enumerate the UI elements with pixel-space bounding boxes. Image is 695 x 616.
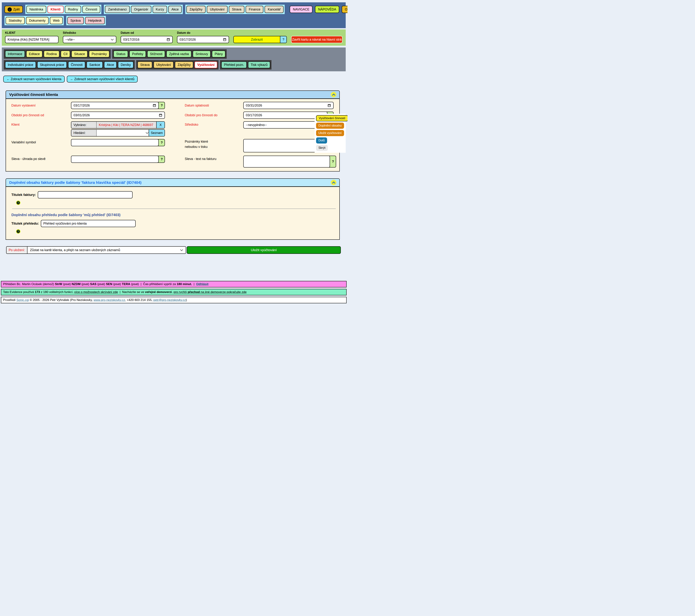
hide-options-link[interactable]: více o možnostech skrývání zde — [74, 290, 118, 294]
nav-tab-nastenka[interactable]: Nástěnka — [27, 6, 46, 13]
tab-vyuctovani[interactable]: Vyúčtování — [194, 62, 217, 68]
tab-zpetna-vazba[interactable]: Zpětná vazba — [166, 51, 191, 57]
quick-menu: Vyúčtování činností Doplnění obsahu Ulož… — [315, 114, 346, 153]
billing-panel: Vyúčtování činností klienta Datum vystav… — [5, 90, 340, 172]
klient-selected-row: Vybráno: Kristýna | Kiki | TERA NZDM | 4… — [71, 121, 165, 129]
back-arrow-icon: ← — [7, 7, 12, 12]
close-card-button[interactable]: Zavřít kartu a návrat na hlavní strá — [291, 36, 342, 43]
website-link[interactable]: www.pro-neziskovky.cz — [94, 298, 125, 302]
datum-od-input[interactable]: 03/17/2016 — [121, 36, 173, 43]
show-client-billing-list-button[interactable]: ← Zobrazit seznam vyúčtování klienta — [3, 76, 65, 83]
tab-deniky[interactable]: Deníky — [118, 62, 134, 68]
nav-tab-strava[interactable]: Strava — [229, 6, 244, 13]
nav-tab-web[interactable]: Web — [50, 17, 63, 24]
save-billing-button[interactable]: Uložit vyúčtování — [187, 246, 341, 254]
session-role: SEN — [106, 283, 112, 286]
nav-tab-kurzy[interactable]: Kurzy — [153, 6, 167, 13]
help-circle-icon[interactable]: ? — [16, 201, 20, 205]
obdobi-od-label: Období pro činnosti od — [11, 114, 71, 117]
tab-ubytovani[interactable]: Ubytování — [154, 62, 173, 68]
sonic-link[interactable]: Sonic.cgi — [16, 298, 29, 302]
tab-zapujcky[interactable]: Zápůjčky — [175, 62, 193, 68]
invoice-title-input[interactable] — [38, 191, 133, 199]
sleva-text-textarea[interactable] — [243, 156, 330, 168]
nav-tab-cinnosti[interactable]: Činnosti — [82, 6, 100, 13]
nav-group-main: Nástěnka Klienti Rodiny Činnosti — [25, 5, 101, 14]
nav-tab-kancelar[interactable]: Kancelář — [265, 6, 284, 13]
billing-panel-header: Vyúčtování činností klienta — [6, 91, 339, 99]
nav-group-tools: Statistiky Dokumenty Web — [4, 16, 64, 25]
nav-tab-akce[interactable]: Akce — [168, 6, 182, 13]
tab-smlouvy[interactable]: Smlouvy — [193, 51, 210, 57]
datum-vystaveni-input[interactable]: 03/17/2026 — [71, 102, 159, 109]
nav-tab-zapujcky[interactable]: Zápůjčky — [186, 6, 205, 13]
tab-akce[interactable]: Akce — [104, 62, 117, 68]
quickmenu-skryt[interactable]: Skrýt — [316, 145, 328, 151]
session-bar: Přihlášen Bc. Martin Ocásek (demo2) StrW… — [1, 281, 346, 287]
zobrazit-help-button[interactable]: ? — [280, 36, 286, 43]
tab-editace[interactable]: Editace — [26, 51, 43, 57]
collapse-panel-button[interactable] — [330, 91, 337, 98]
tab-strava[interactable]: Strava — [137, 62, 152, 68]
tab-sankce[interactable]: Sankce — [86, 62, 103, 68]
remove-client-button[interactable]: X — [156, 122, 165, 128]
filter-bar: KLIENT Kristýna (Kiki) [NZDM TERA] Střed… — [2, 30, 346, 46]
klient-filter-input[interactable]: Kristýna (Kiki) [NZDM TERA] — [5, 36, 58, 43]
nav-tab-rodiny[interactable]: Rodiny — [65, 6, 81, 13]
nav-tab-dokumenty[interactable]: Dokumenty — [26, 17, 49, 24]
help-circle-icon[interactable]: ? — [16, 229, 20, 234]
tab-status[interactable]: Status — [114, 51, 128, 57]
quickmenu-ulozit-vyuctovani[interactable]: Uložit vyúčtování — [316, 130, 344, 136]
tab-poznamky[interactable]: Poznámky — [89, 51, 109, 57]
tab-stiznosti[interactable]: Stížnosti — [147, 51, 165, 57]
tab-plany[interactable]: Plány — [212, 51, 225, 57]
nav-tab-klienti[interactable]: Klienti — [48, 6, 64, 13]
zobrazit-button[interactable]: Zobrazit — [234, 36, 280, 43]
tab-informace[interactable]: Informace — [5, 51, 25, 57]
nav-tab-organizer[interactable]: Organizér — [131, 6, 151, 13]
collapse-panel-button[interactable] — [330, 179, 337, 186]
nav-tab-helpdesk[interactable]: Helpdesk — [85, 17, 105, 24]
poznamky-label-line2: nebudou v tisku — [185, 144, 243, 150]
tab-group-info: Informace Editace Rodina Cíl Situace Poz… — [4, 49, 111, 59]
tab-rodina[interactable]: Rodina — [44, 51, 60, 57]
seznam-button[interactable]: Seznam — [149, 130, 165, 136]
obdobi-od-input[interactable]: 03/01/2026 — [71, 112, 165, 119]
navigace-button[interactable]: NAVIGACE — [290, 6, 312, 13]
report-title-input[interactable]: Přehled vyúčtováni pro klienta — [41, 220, 136, 227]
demo-switch-link[interactable]: pro rychlý přechod na jiné demoverze pok… — [173, 290, 247, 294]
after-save-select[interactable]: Zůstat na kartě klienta, a přejít na sez… — [27, 246, 186, 254]
quickmenu-vyuctovani-cinnosti[interactable]: Vyúčtování činností — [316, 115, 348, 121]
tab-cil[interactable]: Cíl — [61, 51, 70, 57]
back-button[interactable]: ← Zpět — [4, 6, 23, 13]
nav-tab-finance[interactable]: Finance — [245, 6, 263, 13]
logout-link[interactable]: Odhlásit — [196, 283, 208, 286]
tab-potreby[interactable]: Potřeby — [129, 51, 146, 57]
tab-prehled-pozn[interactable]: Přehled pozn. — [221, 62, 247, 68]
odhlasit-button[interactable]: ODHLÁSIT — [342, 6, 348, 13]
nav-tab-statistiky[interactable]: Statistiky — [5, 17, 25, 24]
tab-skupinova-prace[interactable]: Skupinová práce — [37, 62, 67, 68]
email-link[interactable]: petr@pro-neziskovky.cz — [153, 298, 186, 302]
quickmenu-doplneni-obsahu[interactable]: Doplnění obsahu — [316, 123, 344, 129]
klient-search-select[interactable] — [97, 130, 149, 136]
datum-splatnosti-input[interactable]: 03/31/2026 — [243, 102, 334, 109]
tab-situace[interactable]: Situace — [71, 51, 88, 57]
nav-group-admin: Správa Helpdesk — [66, 16, 106, 25]
variabilni-symbol-input[interactable] — [71, 139, 159, 146]
nav-tab-sprava[interactable]: Správa — [67, 17, 84, 24]
tab-tisk-vykazu[interactable]: Tisk výkazů — [248, 62, 270, 68]
session-expiry-time: 180 minut. — [176, 283, 192, 286]
quickmenu-dolu[interactable]: Dolů — [316, 137, 327, 143]
tab-group-work: Individuální práce Skupinová práce Činno… — [4, 60, 135, 69]
show-all-billing-list-button[interactable]: ← Zobrazit seznam vyúčtování všech klien… — [67, 76, 138, 83]
tab-cinnosti[interactable]: Činnosti — [68, 62, 85, 68]
nav-tab-zamestnanci[interactable]: Zaměstnanci — [105, 6, 130, 13]
session-role: SAS — [90, 283, 97, 286]
napoveda-button[interactable]: NÁPOVĚDA — [315, 6, 339, 13]
sleva-uhrada-input[interactable] — [71, 156, 159, 163]
tab-individualni-prace[interactable]: Individuální práce — [5, 62, 36, 68]
stredisko-filter-select[interactable]: --vše-- — [63, 36, 116, 43]
nav-tab-ubytovani[interactable]: Ubytování — [207, 6, 227, 13]
datum-do-input[interactable]: 03/17/2026 — [177, 36, 229, 43]
